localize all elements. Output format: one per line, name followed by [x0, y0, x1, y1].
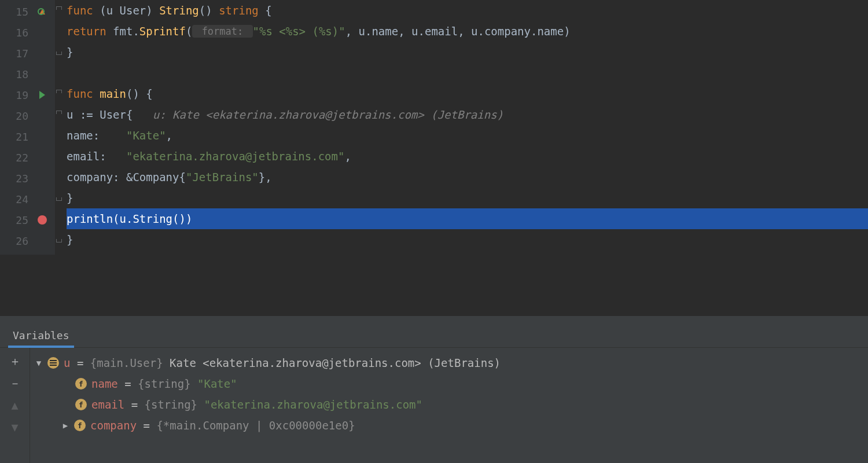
expand-toggle-icon[interactable]	[35, 358, 43, 368]
svg-rect-2	[50, 365, 57, 366]
gutter-line[interactable]: 24	[0, 189, 55, 210]
inline-debug-hint: u: Kate <ekaterina.zharova@jetbrains.com…	[133, 108, 503, 121]
code-line[interactable]: }	[67, 229, 868, 250]
breakpoint-icon[interactable]	[38, 215, 47, 225]
code-line[interactable]: return fmt.Sprintf( format: "%s <%s> (%s…	[67, 21, 868, 42]
remove-watch-button[interactable]: －	[6, 374, 24, 392]
editor-footer	[0, 255, 868, 289]
variable-row[interactable]: u = {main.User} Kate <ekaterina.zharova@…	[35, 352, 868, 373]
tab-variables[interactable]: Variables	[10, 325, 72, 347]
fold-open-icon[interactable]	[56, 111, 62, 114]
code-editor[interactable]: 15 16 17 18 19 20 21 22 23 24 25 26 func…	[0, 0, 868, 289]
gutter-line[interactable]: 15	[0, 1, 55, 22]
variables-tree[interactable]: u = {main.User} Kate <ekaterina.zharova@…	[30, 348, 868, 463]
gutter-line[interactable]: 19	[0, 84, 55, 105]
gutter-line[interactable]: 17	[0, 43, 55, 64]
move-up-button[interactable]: ▲	[6, 396, 24, 414]
debug-tabbar: Variables	[0, 316, 868, 348]
code-line[interactable]	[67, 63, 868, 83]
struct-icon	[47, 357, 59, 369]
code-line[interactable]: }	[67, 188, 868, 208]
gutter-line[interactable]: 16	[0, 22, 55, 43]
svg-rect-0	[50, 360, 57, 361]
fold-close-icon[interactable]	[56, 52, 62, 55]
field-icon: f	[74, 420, 86, 431]
inlay-hint: format:	[192, 25, 252, 38]
fold-close-icon[interactable]	[56, 197, 62, 201]
code-line[interactable]: func (u User) String() string {	[67, 0, 868, 21]
debug-panel: Variables ＋ － ▲ ▼ u = {main.User} Kate <…	[0, 315, 868, 463]
fold-open-icon[interactable]	[56, 6, 62, 10]
fold-open-icon[interactable]	[56, 90, 62, 93]
gutter-line[interactable]: 21	[0, 126, 55, 147]
gutter-line[interactable]: 22	[0, 147, 55, 168]
run-gutter-icon[interactable]	[38, 90, 47, 100]
move-down-button[interactable]: ▼	[6, 418, 24, 436]
variable-row[interactable]: f company = {*main.Company | 0xc00000e1e…	[35, 415, 868, 436]
code-line[interactable]: u := User{ u: Kate <ekaterina.zharova@je…	[67, 104, 868, 125]
code-area[interactable]: func (u User) String() string { return f…	[67, 0, 868, 250]
expand-toggle-icon[interactable]	[61, 421, 69, 430]
variable-row[interactable]: f name = {string} "Kate"	[35, 373, 868, 394]
field-icon: f	[75, 378, 87, 389]
svg-rect-1	[50, 362, 57, 363]
gutter-line[interactable]: 20	[0, 105, 55, 126]
code-line[interactable]: company: &Company{"JetBrains"},	[67, 167, 868, 188]
field-icon: f	[75, 399, 87, 410]
gutter-line[interactable]: 26	[0, 230, 55, 251]
fold-close-icon[interactable]	[56, 239, 62, 242]
implements-icon[interactable]	[38, 7, 47, 16]
code-line[interactable]: func main() {	[67, 83, 868, 104]
debug-side-toolbar: ＋ － ▲ ▼	[0, 348, 30, 463]
code-line[interactable]: name: "Kate",	[67, 125, 868, 146]
gutter: 15 16 17 18 19 20 21 22 23 24 25 26	[0, 0, 55, 289]
code-line[interactable]: }	[67, 42, 868, 63]
add-watch-button[interactable]: ＋	[6, 352, 24, 370]
gutter-line[interactable]: 18	[0, 64, 55, 84]
fold-column	[55, 0, 65, 289]
current-execution-line[interactable]: println(u.String())	[67, 208, 868, 229]
gutter-line[interactable]: 23	[0, 168, 55, 189]
gutter-line[interactable]: 25	[0, 210, 55, 230]
code-line[interactable]: email: "ekaterina.zharova@jetbrains.com"…	[67, 146, 868, 167]
variable-row[interactable]: f email = {string} "ekaterina.zharova@je…	[35, 394, 868, 415]
